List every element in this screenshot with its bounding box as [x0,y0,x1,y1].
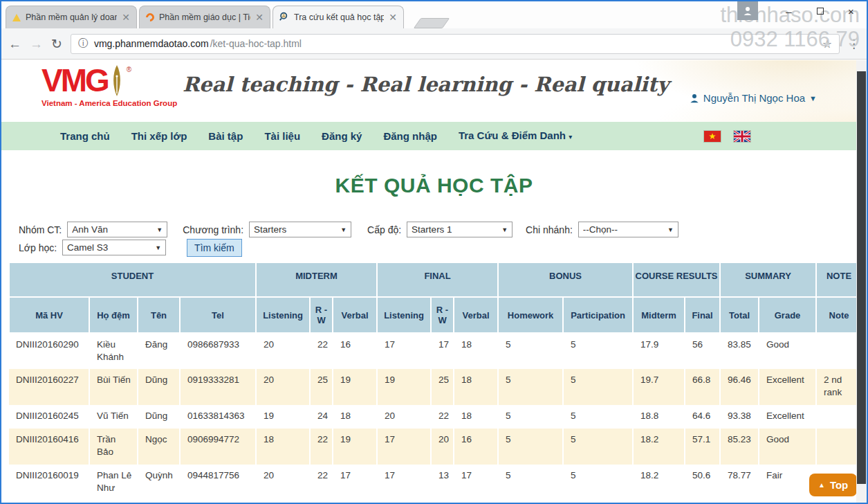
warning-icon [12,14,21,21]
nhom-ct-select[interactable]: Anh Văn▼ [67,222,167,237]
column-header: Grade [759,297,816,333]
filter-label-chuong-trinh: Chương trình: [183,224,243,235]
chevron-down-icon: ▼ [156,226,163,233]
chuong-trinh-select[interactable]: Starters▼ [249,222,351,237]
browser-menu-icon[interactable]: ⋮ [848,37,860,51]
reload-icon[interactable]: ↻ [51,37,62,51]
table-cell: DNIII20160227 [9,369,89,405]
filter-panel: Nhóm CT: Anh Văn▼ Chương trình: Starters… [19,222,678,258]
back-icon[interactable]: ← [8,37,21,51]
nav-item-home[interactable]: Trang chủ [60,122,110,150]
table-cell: 5 [498,405,563,429]
nav-item-lookup[interactable]: Tra Cứu & Điểm Danh ▾ [459,121,572,151]
table-cell: Phan Lê Như [89,465,138,503]
vmg-logo[interactable]: VMG ® Vietnam - America Education Group [41,64,177,107]
table-row: DNIII20160019Phan Lê NhưQuỳnh09448177562… [9,465,862,503]
table-cell: 0906994772 [180,429,256,465]
table-cell: 5 [563,465,633,503]
table-cell: 0919333281 [180,369,256,405]
close-button[interactable]: × [835,1,867,21]
scrollbar-thumb[interactable] [857,71,866,484]
nav-item-register[interactable]: Đăng ký [322,122,362,150]
table-cell: 18 [454,333,498,369]
minimize-button[interactable]: – [773,1,804,21]
column-header: Verbal [454,297,498,333]
forward-icon[interactable]: → [30,37,43,51]
filter-label-nhom-ct: Nhóm CT: [19,224,62,235]
table-cell: 18 [256,429,310,465]
table-cell: 20 [256,369,310,405]
table-cell: 5 [498,465,563,503]
nav-item-exercises[interactable]: Bài tập [208,122,243,150]
chevron-down-icon: ▼ [809,94,817,102]
table-cell: 64.6 [685,405,720,429]
table-cell: 25 [431,369,454,405]
table-cell: 18.2 [633,429,685,465]
column-header: Final [685,297,720,333]
table-row: DNIII20160290Kiều KhánhĐăng0986687933202… [9,333,862,369]
nav-item-login[interactable]: Đăng nhập [383,122,437,150]
vietnam-flag-icon[interactable] [704,131,721,142]
column-header: Participation [563,297,633,333]
chevron-down-icon: ▾ [569,133,572,141]
maximize-button[interactable] [804,1,835,21]
table-cell: 20 [431,429,454,465]
table-cell: 5 [563,369,633,405]
profile-avatar-icon[interactable] [737,1,758,20]
table-cell: 17 [377,429,431,465]
tab-close-icon[interactable]: ✕ [389,12,397,22]
chi-nhanh-select[interactable]: --Chọn--▼ [578,222,678,237]
lop-hoc-select[interactable]: Camel S3▼ [62,240,166,255]
column-group-header: COURSE RESULTS [633,262,720,297]
tab-close-icon[interactable]: ✕ [122,12,130,22]
table-cell: 5 [563,333,633,369]
page-scrollbar[interactable] [856,60,867,503]
uk-flag-icon[interactable] [734,131,750,142]
browser-tab-2[interactable]: Phần mềm giáo dục | Tiế ✕ [139,6,270,28]
address-bar[interactable]: ⓘ vmg.phanmemdaotao.com/ket-qua-hoc-tap.… [71,34,840,54]
nav-item-documents[interactable]: Tài liệu [264,122,300,150]
person-icon [690,93,699,103]
table-cell: 18 [454,369,498,405]
titlebar: Phần mềm quản lý doanh ✕ Phần mềm giáo d… [1,1,867,28]
table-cell: 17 [431,333,454,369]
chevron-down-icon: ▼ [501,226,508,233]
page-info-icon[interactable]: ⓘ [78,37,88,50]
column-group-header: MIDTERM [256,262,377,297]
column-header: Listening [256,297,310,333]
table-cell: 13 [431,465,454,503]
table-cell: Excellent [759,405,816,429]
tab-title: Tra cứu kết quả học tập [294,12,384,22]
browser-tab-1[interactable]: Phần mềm quản lý doanh ✕ [6,6,137,28]
search-button[interactable]: Tìm kiếm [187,239,242,257]
column-header: R - W [431,297,454,333]
tab-title: Phần mềm quản lý doanh [26,12,117,22]
table-cell: Dũng [138,369,180,405]
column-header: Midterm [633,297,685,333]
column-header: Mã HV [9,297,89,333]
page-title: KẾT QUẢ HỌC TẬP [1,174,867,197]
column-header: R - W [310,297,333,333]
table-cell: 20 [377,405,431,429]
tab-close-icon[interactable]: ✕ [255,12,264,22]
table-cell: Đăng [138,333,180,369]
table-cell: 20 [256,465,310,503]
table-cell: 5 [498,429,563,465]
table-cell: 22 [310,333,333,369]
scroll-to-top-button[interactable]: ▲ Top [809,474,857,496]
bookmark-star-icon[interactable]: ☆ [822,37,832,51]
table-row: DNIII20160245Vũ TiếnDũng0163381436319241… [9,405,862,429]
table-cell: 17 [377,333,431,369]
table-cell [816,333,862,369]
new-tab-button[interactable] [414,18,450,28]
table-cell: 5 [498,333,563,369]
user-menu[interactable]: Nguyễn Thị Ngọc Hoa ▼ [690,92,817,104]
table-cell: 20 [256,333,310,369]
table-cell: 96.46 [720,369,759,405]
column-group-header: SUMMARY [720,262,816,297]
table-cell: Dũng [138,405,180,429]
browser-tab-active[interactable]: Tra cứu kết quả học tập ✕ [273,6,404,28]
table-cell: 78.77 [720,465,759,503]
cap-do-select[interactable]: Starters 1▼ [407,222,513,237]
nav-item-placement-test[interactable]: Thi xếp lớp [131,122,187,150]
